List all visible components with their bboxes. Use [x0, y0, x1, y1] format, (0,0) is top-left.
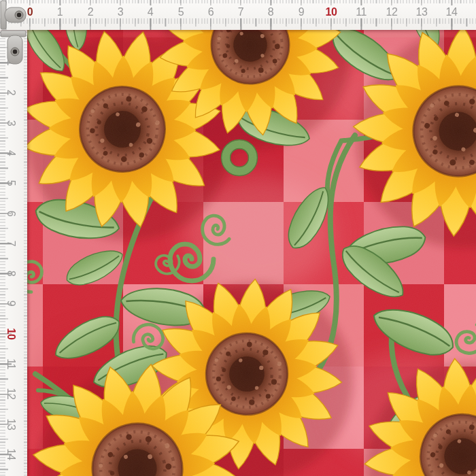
ruler-number: 11 — [356, 7, 367, 18]
ruler-number: 5 — [5, 180, 16, 186]
fabric-swatch — [27, 30, 476, 476]
ruler-number: 8 — [268, 7, 273, 18]
ruler-tick-marks — [0, 0, 476, 5]
ruler-number: 5 — [178, 7, 184, 18]
ruler-tick-marks — [24, 30, 27, 476]
tape-metal-hook — [0, 0, 30, 30]
ruler-number: 13 — [416, 7, 428, 18]
ruler-tick-marks — [0, 30, 12, 476]
ruler-number: 4 — [148, 7, 153, 18]
ruler-number: 6 — [208, 7, 214, 18]
vertical-ruler: 1 2 3 4 5 6 7 8 9 10 11 12 13 14 — [0, 30, 27, 476]
tape-metal-hook — [0, 30, 30, 68]
ruler-number: 6 — [5, 211, 16, 216]
ruler-number: 12 — [386, 7, 398, 18]
ruler-number: 12 — [5, 388, 16, 400]
fabric-swatch-photo: 0 1 2 3 4 5 6 7 8 9 10 11 12 13 14 1 2 3… — [0, 0, 476, 476]
horizontal-ruler: 0 1 2 3 4 5 6 7 8 9 10 11 12 13 14 — [0, 0, 476, 30]
ruler-number: 14 — [446, 7, 458, 18]
ruler-number: 2 — [88, 7, 93, 18]
ruler-number: 7 — [5, 241, 16, 246]
ruler-number: 11 — [5, 358, 16, 369]
ruler-number: 3 — [118, 7, 123, 18]
ruler-number: 8 — [5, 271, 16, 276]
ruler-tick-marks — [0, 18, 476, 30]
ruler-number: 1 — [57, 7, 63, 18]
ruler-number-highlighted: 10 — [5, 328, 16, 340]
ruler-number: 3 — [5, 120, 16, 126]
ruler-number: 14 — [5, 449, 16, 460]
ruler-number: 4 — [5, 150, 16, 156]
ruler-number: 9 — [299, 7, 304, 18]
ruler-number-highlighted: 10 — [326, 7, 337, 18]
ruler-number: 7 — [238, 7, 243, 18]
ruler-number: 13 — [5, 419, 16, 430]
fabric-texture-overlay — [27, 30, 476, 476]
ruler-number: 9 — [5, 301, 16, 306]
ruler-number: 2 — [5, 90, 16, 95]
